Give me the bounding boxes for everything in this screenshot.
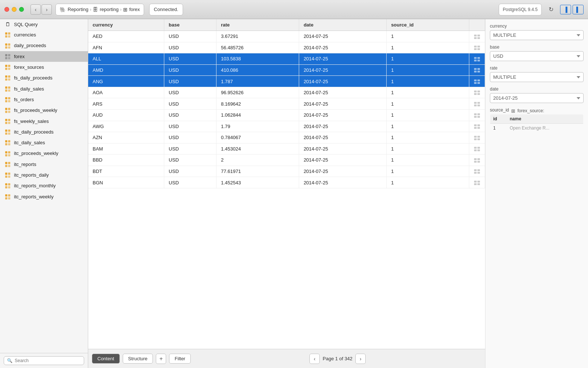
- sidebar-item-fs-daily-proceeds[interactable]: fs_daily_proceeds: [0, 72, 88, 83]
- svg-rect-52: [5, 173, 7, 175]
- svg-rect-115: [477, 172, 480, 174]
- svg-rect-17: [8, 75, 10, 78]
- sidebar-item-itc-daily-proceeds[interactable]: itc_daily_proceeds: [0, 127, 88, 137]
- sidebar-item-itc-reports-weekly[interactable]: itc_reports_weekly: [0, 191, 88, 202]
- forward-button[interactable]: ›: [42, 4, 52, 15]
- back-button[interactable]: ‹: [31, 4, 41, 15]
- refresh-button[interactable]: ↻: [545, 4, 556, 15]
- sidebar-item-label: itc_daily_sales: [14, 140, 45, 145]
- sidebar-item-itc-daily-sales[interactable]: itc_daily_sales: [0, 137, 88, 148]
- sidebar-item-fs-proceeds-weekly[interactable]: fs_proceeds_weekly: [0, 105, 88, 116]
- cell-base: USD: [164, 121, 216, 132]
- filter-button[interactable]: Filter: [169, 354, 191, 364]
- sidebar-item-forex-sources[interactable]: forex_sources: [0, 62, 88, 72]
- svg-rect-64: [474, 35, 477, 36]
- table-row[interactable]: AEDUSD3.672912014-07-251: [88, 31, 485, 42]
- date-filter-select[interactable]: 2014-07-25: [490, 93, 584, 103]
- sidebar-item-currencies[interactable]: currencies: [0, 29, 88, 40]
- table-grid-icon: [4, 150, 11, 156]
- add-row-button[interactable]: +: [156, 354, 166, 364]
- cell-icon[interactable]: [469, 121, 485, 132]
- table-row[interactable]: BDTUSD77.619712014-07-251: [88, 166, 485, 177]
- sidebar-item-daily-proceeds[interactable]: daily_proceeds: [0, 40, 88, 51]
- breadcrumb-db[interactable]: 🐘 Reporting: [60, 7, 88, 13]
- col-header-base[interactable]: base: [164, 19, 216, 31]
- svg-rect-2: [5, 35, 7, 38]
- next-page-button[interactable]: ›: [355, 354, 366, 364]
- cell-date: 2014-07-25: [299, 76, 387, 87]
- table-row[interactable]: AZNUSD0.7840672014-07-251: [88, 132, 485, 144]
- rate-filter-select[interactable]: MULTIPLE: [490, 72, 584, 82]
- svg-rect-76: [474, 68, 477, 70]
- table-row[interactable]: BAMUSD1.4530242014-07-251: [88, 143, 485, 155]
- table-row[interactable]: ARSUSD8.1696422014-07-251: [88, 98, 485, 110]
- cell-source_id: 1: [387, 132, 469, 144]
- source-id-row: source_id ⊞ forex_source:: [490, 107, 584, 114]
- cell-icon[interactable]: [469, 155, 485, 166]
- sidebar-item-fs-daily-sales[interactable]: fs_daily_sales: [0, 83, 88, 94]
- cell-icon[interactable]: [469, 53, 485, 65]
- table-row[interactable]: ALLUSD103.58382014-07-251: [88, 53, 485, 65]
- cell-icon[interactable]: [469, 177, 485, 188]
- currency-filter-select[interactable]: MULTIPLE: [490, 30, 584, 40]
- minimize-button[interactable]: [12, 7, 17, 12]
- svg-rect-106: [474, 149, 477, 151]
- cell-icon[interactable]: [469, 64, 485, 76]
- sidebar-item-label: itc_proceeds_weekly: [14, 151, 58, 156]
- structure-tab[interactable]: Structure: [123, 354, 153, 364]
- breadcrumb-table[interactable]: ⊞ forex: [123, 7, 140, 13]
- col-header-rate[interactable]: rate: [216, 19, 299, 31]
- sidebar-item-itc-reports-monthly[interactable]: itc_reports_monthly: [0, 180, 88, 191]
- close-button[interactable]: [4, 7, 9, 12]
- table-row[interactable]: ANGUSD1.7872014-07-251: [88, 76, 485, 87]
- table-row[interactable]: AUDUSD1.0628442014-07-251: [88, 109, 485, 121]
- sidebar-item-itc-reports[interactable]: itc_reports: [0, 159, 88, 170]
- sidebar-item-itc-proceeds-weekly[interactable]: itc_proceeds_weekly: [0, 148, 88, 159]
- breadcrumb-schema[interactable]: 🗄 reporting: [93, 7, 118, 13]
- cell-date: 2014-07-25: [299, 109, 387, 121]
- base-filter-select[interactable]: USD: [490, 51, 584, 61]
- panel-toggle-button[interactable]: ▌: [573, 5, 584, 14]
- cell-icon[interactable]: [469, 132, 485, 144]
- cell-icon[interactable]: [469, 42, 485, 53]
- cell-date: 2014-07-25: [299, 177, 387, 188]
- cell-icon[interactable]: [469, 76, 485, 87]
- cell-icon[interactable]: [469, 31, 485, 42]
- svg-rect-58: [5, 186, 7, 188]
- svg-rect-51: [8, 165, 10, 167]
- svg-rect-16: [5, 75, 7, 78]
- svg-rect-23: [8, 89, 10, 92]
- table-row[interactable]: BGNUSD1.4525432014-07-251: [88, 177, 485, 188]
- col-header-currency[interactable]: currency: [88, 19, 164, 31]
- svg-rect-18: [5, 78, 7, 81]
- cell-icon[interactable]: [469, 143, 485, 155]
- table-row[interactable]: BBDUSD22014-07-251: [88, 155, 485, 166]
- cell-icon[interactable]: [469, 109, 485, 121]
- source-id-label: source_id: [490, 107, 509, 113]
- sidebar-item-forex[interactable]: forex: [0, 51, 88, 62]
- cell-icon[interactable]: [469, 87, 485, 98]
- sidebar-item-label: forex: [14, 54, 25, 59]
- cell-icon[interactable]: [469, 166, 485, 177]
- table-row[interactable]: AWGUSD1.792014-07-251: [88, 121, 485, 132]
- cell-currency: BGN: [88, 177, 164, 188]
- table-row[interactable]: AMDUSD410.0862014-07-251: [88, 64, 485, 76]
- cell-date: 2014-07-25: [299, 132, 387, 144]
- prev-page-button[interactable]: ‹: [309, 354, 320, 364]
- table-row[interactable]: AFNUSD56.4857262014-07-251: [88, 42, 485, 53]
- sidebar-item-fs-orders[interactable]: fs_orders: [0, 94, 88, 105]
- sidebar-item-itc-reports-daily[interactable]: itc_reports_daily: [0, 170, 88, 180]
- table-row[interactable]: AOAUSD96.9526262014-07-251: [88, 87, 485, 98]
- sidebar-item-sql-query[interactable]: 🗒SQL Query: [0, 19, 88, 29]
- pg-version: PostgreSQL 9.4.5: [499, 4, 542, 15]
- sidebar-toggle-button[interactable]: ▐: [560, 5, 571, 14]
- col-header-source-id[interactable]: source_id: [387, 19, 469, 31]
- col-header-date[interactable]: date: [299, 19, 387, 31]
- content-tab[interactable]: Content: [92, 354, 120, 364]
- cell-icon[interactable]: [469, 98, 485, 110]
- sidebar-item-fs-weekly-sales[interactable]: fs_weekly_sales: [0, 116, 88, 126]
- fullscreen-button[interactable]: [19, 7, 24, 12]
- svg-rect-6: [5, 46, 7, 49]
- search-input[interactable]: [15, 358, 81, 363]
- cell-rate: 1.787: [216, 76, 299, 87]
